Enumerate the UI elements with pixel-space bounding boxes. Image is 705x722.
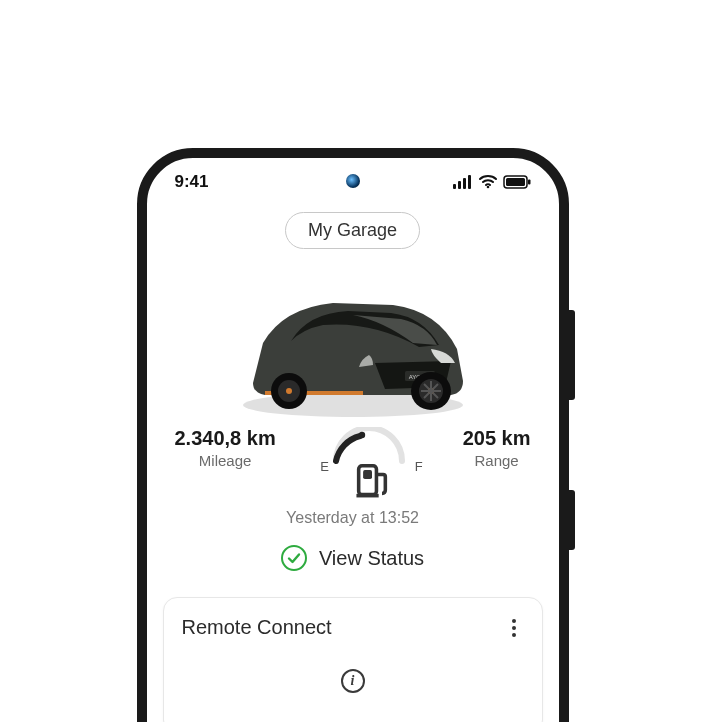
check-circle-icon (281, 545, 307, 571)
card-more-button[interactable] (504, 619, 524, 637)
front-camera (346, 174, 360, 188)
svg-point-4 (486, 186, 489, 189)
status-bar: 9:41 (147, 158, 559, 206)
view-status-button[interactable]: View Status (147, 545, 559, 571)
svg-rect-6 (506, 178, 525, 186)
view-status-label: View Status (319, 547, 424, 570)
my-garage-label: My Garage (308, 220, 397, 240)
svg-rect-3 (468, 175, 471, 189)
cellular-signal-icon (453, 175, 473, 189)
svg-rect-2 (463, 178, 466, 189)
range-metric: 205 km Range (463, 427, 531, 469)
phone-side-button-2 (569, 490, 575, 550)
last-update-timestamp: Yesterday at 13:52 (147, 509, 559, 527)
battery-icon (503, 175, 531, 189)
svg-rect-1 (458, 181, 461, 189)
remote-connect-card: Remote Connect i (163, 597, 543, 722)
info-icon[interactable]: i (341, 669, 365, 693)
fuel-gauge: E F (314, 427, 424, 499)
phone-frame: 9:41 (137, 148, 569, 722)
mileage-label: Mileage (175, 452, 276, 469)
my-garage-button[interactable]: My Garage (285, 212, 420, 249)
metrics-row: 2.340,8 km Mileage E (147, 427, 559, 499)
fuel-empty-label: E (320, 459, 329, 499)
mileage-metric: 2.340,8 km Mileage (175, 427, 276, 469)
screen: 9:41 (147, 158, 559, 722)
card-title: Remote Connect (182, 616, 332, 639)
status-time: 9:41 (175, 172, 209, 192)
phone-side-button-1 (569, 310, 575, 400)
fuel-full-label: F (415, 459, 423, 499)
svg-point-12 (286, 388, 292, 394)
range-value: 205 km (463, 427, 531, 450)
mileage-value: 2.340,8 km (175, 427, 276, 450)
range-label: Range (463, 452, 531, 469)
car-image: AYGO X (147, 253, 559, 433)
svg-rect-0 (453, 184, 456, 189)
svg-point-20 (359, 432, 365, 438)
fuel-pump-icon (329, 459, 415, 499)
svg-rect-21 (359, 466, 377, 495)
wifi-icon (479, 175, 497, 189)
status-icons (453, 175, 531, 189)
svg-rect-22 (363, 470, 372, 479)
svg-rect-7 (528, 180, 531, 185)
